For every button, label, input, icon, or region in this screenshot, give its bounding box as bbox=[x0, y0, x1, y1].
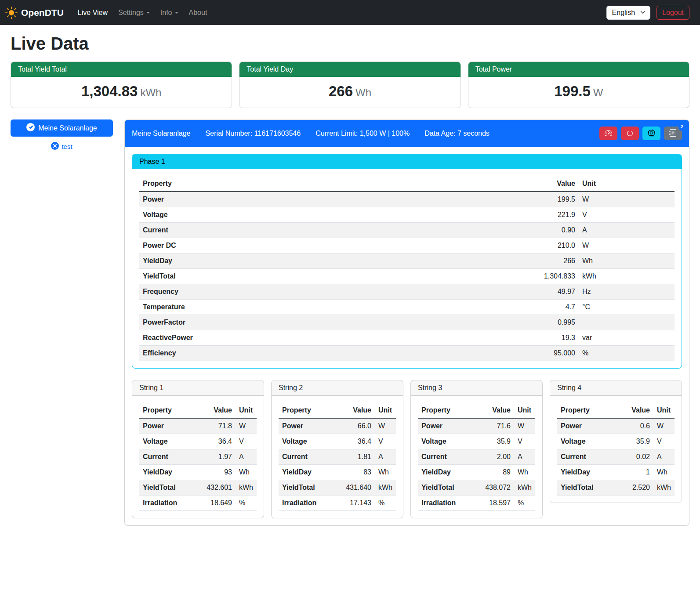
inverter-current-limit: Current Limit: 1,500 W | 100% bbox=[316, 130, 410, 137]
phase-card: Phase 1 Property Value Unit bbox=[132, 154, 682, 369]
chevron-down-icon bbox=[146, 12, 150, 14]
string-table: Property Value Unit Power71.6W Voltage35… bbox=[418, 403, 535, 511]
power-toggle-button[interactable] bbox=[621, 127, 639, 140]
phase-title: Phase 1 bbox=[132, 154, 682, 169]
string-body: Property Value Unit Power71.6W Voltage35… bbox=[411, 396, 542, 518]
column-header-property: Property bbox=[139, 176, 402, 192]
summary-card-body: 1,304.83kWh bbox=[11, 77, 232, 108]
value-cell: 36.4 bbox=[333, 434, 375, 449]
value-cell: 438.072 bbox=[472, 480, 514, 496]
inverter-item-test[interactable]: test bbox=[11, 142, 113, 151]
value-cell: 18.597 bbox=[472, 496, 514, 511]
inverter-select-button[interactable]: Meine Solaranlage bbox=[11, 119, 113, 137]
summary-card-title: Total Power bbox=[468, 62, 689, 77]
nav-settings[interactable]: Settings bbox=[113, 5, 155, 20]
inverter-actions: 2 bbox=[599, 127, 682, 140]
table-row: YieldTotal431.640kWh bbox=[279, 480, 396, 496]
column-header-value: Value bbox=[472, 403, 514, 418]
table-row: Voltage221.9V bbox=[139, 207, 675, 223]
content-row: Meine Solaranlage test Meine Solaranlage… bbox=[11, 119, 689, 526]
value-cell: 431.640 bbox=[333, 480, 375, 496]
property-cell: YieldTotal bbox=[279, 480, 333, 496]
summary-value: 266 bbox=[329, 83, 353, 99]
power-icon bbox=[626, 129, 634, 138]
summary-card-total-power: Total Power 199.5W bbox=[468, 62, 689, 108]
property-cell: Voltage bbox=[139, 434, 193, 449]
navbar-right: English Logout bbox=[606, 6, 689, 20]
nav-live-view[interactable]: Live View bbox=[73, 5, 113, 20]
summary-card-title: Total Yield Total bbox=[11, 62, 232, 77]
value-cell: 0.02 bbox=[616, 449, 653, 465]
property-cell: Power bbox=[418, 418, 472, 434]
table-header-row: Property Value Unit bbox=[279, 403, 396, 418]
table-row: Temperature4.7°C bbox=[139, 300, 675, 315]
value-cell: 83 bbox=[333, 465, 375, 480]
inverter-name: Meine Solaranlage bbox=[132, 130, 190, 137]
column-header-unit: Unit bbox=[579, 176, 675, 192]
nav-info-label: Info bbox=[160, 9, 172, 17]
table-row: Voltage35.9V bbox=[557, 434, 675, 449]
gauge-icon bbox=[605, 129, 612, 138]
table-row: Frequency49.97Hz bbox=[139, 284, 675, 300]
string-title: String 4 bbox=[550, 380, 682, 396]
property-cell: YieldDay bbox=[557, 465, 616, 480]
table-row: Voltage35.9V bbox=[418, 434, 535, 449]
table-row: PowerFactor0.995 bbox=[139, 315, 675, 330]
summary-card-total-yield-total: Total Yield Total 1,304.83kWh bbox=[11, 62, 232, 108]
value-cell: 2.520 bbox=[616, 480, 653, 496]
value-cell: 221.9 bbox=[402, 207, 579, 223]
string-title: String 1 bbox=[132, 380, 264, 396]
property-cell: Power DC bbox=[139, 238, 402, 253]
summary-unit: kWh bbox=[140, 87, 161, 98]
unit-cell: % bbox=[514, 496, 535, 511]
x-circle-icon bbox=[51, 142, 59, 151]
brand[interactable]: OpenDTU bbox=[5, 7, 64, 19]
brand-name: OpenDTU bbox=[21, 7, 64, 18]
column-header-unit: Unit bbox=[375, 403, 396, 418]
value-cell: 35.9 bbox=[472, 434, 514, 449]
event-count-badge: 2 bbox=[678, 123, 685, 131]
inverter-data-age: Data Age: 7 seconds bbox=[424, 130, 490, 137]
unit-cell: V bbox=[375, 434, 396, 449]
property-cell: Current bbox=[557, 449, 616, 465]
property-cell: YieldDay bbox=[418, 465, 472, 480]
unit-cell: W bbox=[236, 418, 257, 434]
table-row: Current2.00A bbox=[418, 449, 535, 465]
string-table: Property Value Unit Power0.6W Voltage35.… bbox=[557, 403, 675, 496]
unit-cell: V bbox=[236, 434, 257, 449]
value-cell: 71.8 bbox=[193, 418, 236, 434]
nav-info[interactable]: Info bbox=[155, 5, 184, 20]
summary-card-body: 266Wh bbox=[239, 77, 460, 108]
table-row: Current1.97A bbox=[139, 449, 257, 465]
event-log-button[interactable]: 2 bbox=[664, 127, 682, 140]
column-header-unit: Unit bbox=[653, 403, 675, 418]
property-cell: YieldDay bbox=[139, 253, 402, 269]
nav-links: Live View Settings Info About bbox=[73, 5, 213, 20]
table-row: Current0.90A bbox=[139, 223, 675, 238]
summary-card-title: Total Yield Day bbox=[239, 62, 460, 77]
value-cell: 199.5 bbox=[402, 192, 579, 207]
string-body: Property Value Unit Power71.8W Voltage36… bbox=[132, 396, 264, 518]
value-cell: 17.143 bbox=[333, 496, 375, 511]
nav-about-label: About bbox=[189, 9, 207, 17]
value-cell: 89 bbox=[472, 465, 514, 480]
logout-button[interactable]: Logout bbox=[656, 6, 689, 20]
page-title: Live Data bbox=[11, 34, 689, 54]
property-cell: YieldDay bbox=[139, 465, 193, 480]
unit-cell: Wh bbox=[514, 465, 535, 480]
language-select[interactable]: English bbox=[606, 6, 650, 20]
device-info-button[interactable] bbox=[642, 127, 660, 140]
value-cell: 95.000 bbox=[402, 346, 579, 361]
value-cell: 2.00 bbox=[472, 449, 514, 465]
string-body: Property Value Unit Power66.0W Voltage36… bbox=[272, 396, 403, 518]
string-card-2: String 2 Property Value Unit bbox=[271, 380, 403, 518]
value-cell: 0.6 bbox=[616, 418, 653, 434]
limit-settings-button[interactable] bbox=[599, 127, 617, 140]
property-cell: Current bbox=[139, 223, 402, 238]
nav-about[interactable]: About bbox=[184, 5, 213, 20]
unit-cell: W bbox=[375, 418, 396, 434]
table-header-row: Property Value Unit bbox=[418, 403, 535, 418]
string-card-1: String 1 Property Value Unit bbox=[132, 380, 264, 518]
value-cell: 19.3 bbox=[402, 330, 579, 346]
top-navbar: OpenDTU Live View Settings Info About En… bbox=[0, 0, 700, 25]
